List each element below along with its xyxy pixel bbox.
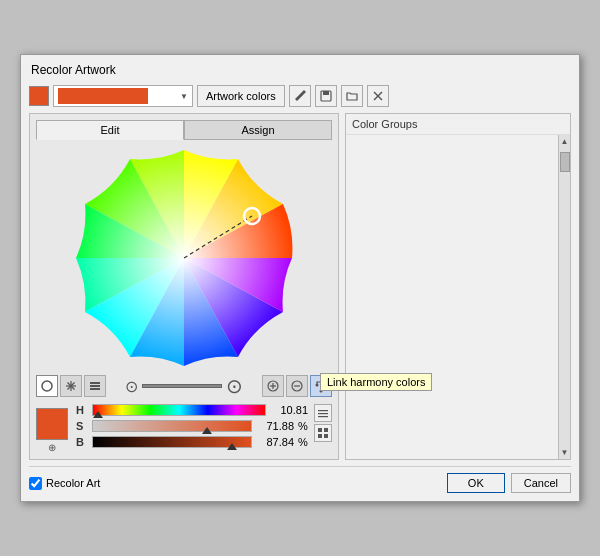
artwork-colors-button[interactable]: Artwork colors: [197, 85, 285, 107]
tab-row: Edit Assign: [36, 120, 332, 140]
h-value[interactable]: 10.81: [270, 404, 308, 416]
s-slider-row: S 71.88 %: [76, 420, 308, 432]
folder-icon-btn[interactable]: [341, 85, 363, 107]
sun-small-icon: ⊙: [125, 377, 138, 396]
bar-mode-icon[interactable]: [84, 375, 106, 397]
s-thumb: [202, 427, 212, 434]
tab-assign[interactable]: Assign: [184, 120, 332, 140]
delete-icon-btn[interactable]: [367, 85, 389, 107]
color-model-icon[interactable]: ⊕: [48, 442, 56, 453]
link-harmony-tooltip: Link harmony colors: [320, 373, 432, 391]
svg-rect-28: [318, 428, 322, 432]
slider-controls-row: ⊕ H 10.81 S: [36, 404, 332, 453]
dialog-title: Recolor Artwork: [29, 63, 571, 77]
svg-rect-15: [90, 388, 100, 390]
svg-rect-1: [323, 91, 329, 95]
snowflake-mode-icon[interactable]: [60, 375, 82, 397]
recolor-artwork-dialog: Recolor Artwork ▼ Artwork colors Edit As…: [20, 54, 580, 502]
h-thumb: [93, 411, 103, 418]
tab-edit[interactable]: Edit: [36, 120, 184, 140]
slider-options-icon[interactable]: [314, 404, 332, 422]
svg-rect-31: [324, 434, 328, 438]
color-wheel-svg: [74, 148, 294, 368]
bottom-controls-row: ⊙ ⊙: [36, 374, 332, 398]
ok-button[interactable]: OK: [447, 473, 505, 493]
b-slider-row: B 87.84 %: [76, 436, 308, 448]
wheel-mode-icons: [36, 375, 106, 397]
s-value[interactable]: 71.88: [256, 420, 294, 432]
h-label: H: [76, 404, 88, 416]
brightness-slider[interactable]: [142, 384, 222, 388]
main-content: Edit Assign: [29, 113, 571, 460]
color-dropdown[interactable]: ▼: [53, 85, 193, 107]
toolbar-row: ▼ Artwork colors: [29, 85, 571, 107]
svg-rect-27: [318, 416, 328, 417]
slider-grid-icon[interactable]: [314, 424, 332, 442]
dropdown-swatch: [58, 88, 148, 104]
sun-large-icon: ⊙: [226, 374, 243, 398]
b-slider[interactable]: [92, 436, 252, 448]
cancel-button[interactable]: Cancel: [511, 473, 571, 493]
scroll-up-arrow[interactable]: ▲: [559, 135, 571, 148]
color-groups-content: ▲ ▼: [346, 135, 570, 459]
right-panel: Color Groups ▲ ▼: [345, 113, 571, 460]
s-label: S: [76, 420, 88, 432]
svg-rect-14: [90, 385, 100, 387]
link-harmony-area: Link harmony colors: [310, 375, 332, 397]
color-swatch[interactable]: [29, 86, 49, 106]
scrollbar-thumb[interactable]: [560, 152, 570, 172]
b-value[interactable]: 87.84: [256, 436, 294, 448]
svg-rect-30: [318, 434, 322, 438]
b-pct: %: [298, 436, 308, 448]
brightness-slider-area: ⊙ ⊙: [106, 374, 262, 398]
s-slider[interactable]: [92, 420, 252, 432]
s-pct: %: [298, 420, 308, 432]
dialog-buttons: OK Cancel: [447, 473, 571, 493]
b-label: B: [76, 436, 88, 448]
color-preview-swatch: [36, 408, 68, 440]
left-panel: Edit Assign: [29, 113, 339, 460]
add-color-icon[interactable]: [262, 375, 284, 397]
slider-right-icons: [314, 404, 332, 442]
svg-rect-13: [90, 382, 100, 384]
dropdown-arrow: ▼: [180, 92, 188, 101]
svg-rect-29: [324, 428, 328, 432]
remove-color-icon[interactable]: [286, 375, 308, 397]
recolor-art-label: Recolor Art: [46, 477, 100, 489]
color-wheel-wrapper[interactable]: [74, 148, 294, 368]
edit-icon-btn[interactable]: [289, 85, 311, 107]
right-panel-scrollbar[interactable]: ▲ ▼: [558, 135, 570, 459]
bottom-bar: Recolor Art OK Cancel: [29, 466, 571, 493]
save-icon-btn[interactable]: [315, 85, 337, 107]
svg-rect-26: [318, 413, 328, 414]
scroll-down-arrow[interactable]: ▼: [559, 446, 571, 459]
right-icon-group: Link harmony colors: [262, 375, 332, 397]
h-slider[interactable]: [92, 404, 266, 416]
sliders-column: H 10.81 S 71.88 %: [76, 404, 308, 452]
circle-mode-icon[interactable]: [36, 375, 58, 397]
svg-rect-25: [318, 410, 328, 411]
b-thumb: [227, 443, 237, 450]
svg-point-22: [316, 384, 319, 387]
color-groups-header: Color Groups: [346, 114, 570, 135]
recolor-art-checkbox-area: Recolor Art: [29, 477, 100, 490]
svg-point-8: [42, 381, 52, 391]
h-slider-row: H 10.81: [76, 404, 308, 416]
recolor-art-checkbox[interactable]: [29, 477, 42, 490]
swatch-icon-area: ⊕: [36, 404, 68, 453]
color-wheel-container: [36, 148, 332, 368]
